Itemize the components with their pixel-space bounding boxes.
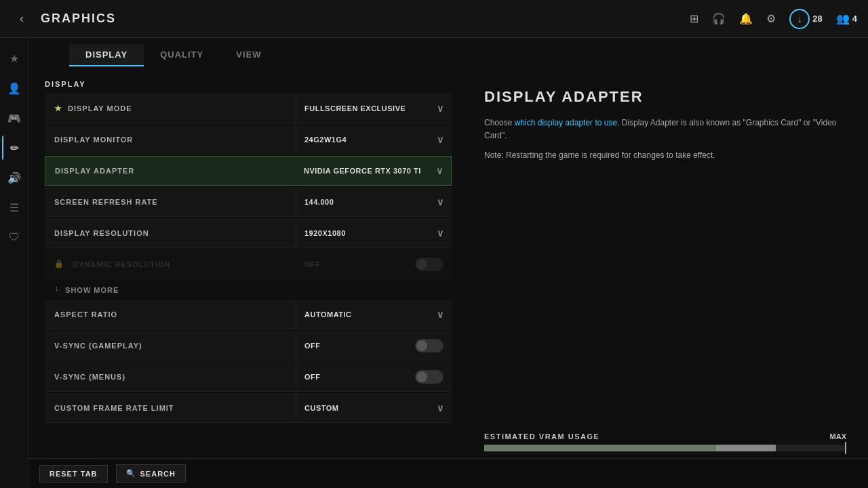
highlight-text: which display adapter to use [515,118,617,127]
main-content: DISPLAY QUALITY VIEW DISPLAY ★ DISPLAY M… [28,38,868,488]
chevron-down-icon: ∨ [436,165,443,176]
right-panel: DISPLAY ADAPTER Choose which display ada… [462,72,868,488]
bell-icon[interactable]: 🔔 [739,12,753,25]
setting-row-display-monitor[interactable]: DISPLAY MONITOR 24G2W1G4 ∨ [45,125,452,155]
sidebar-item-person[interactable]: 👤 [2,76,26,100]
setting-value-screen-refresh-rate: 144.000 ∨ [296,187,452,216]
section-label-display: DISPLAY [45,72,452,94]
friends-icon[interactable]: 👥 4 [836,12,857,25]
download-count: 28 [812,14,822,24]
setting-row-display-resolution[interactable]: DISPLAY RESOLUTION 1920X1080 ∨ [45,218,452,248]
setting-row-vsync-menus[interactable]: V-SYNC (MENUS) OFF [45,362,452,392]
top-bar: ‹ GRAPHICS ⊞ 🎧 🔔 ⚙ ↓ 28 👥 4 [0,0,868,38]
sidebar-item-shield[interactable]: 🛡 [2,225,26,249]
vsync-gameplay-toggle[interactable] [415,339,443,352]
sidebar-item-pen[interactable]: ✏ [2,136,26,160]
setting-row-display-mode[interactable]: ★ DISPLAY MODE FULLSCREEN EXCLUSIVE ∨ [45,94,452,123]
setting-value-dynamic-resolution: OFF [296,249,452,279]
download-icon[interactable]: ↓ 28 [789,9,822,29]
setting-label-display-adapter: DISPLAY ADAPTER [45,167,295,175]
tab-view[interactable]: VIEW [220,44,277,66]
top-right-icons: ⊞ 🎧 🔔 ⚙ ↓ 28 👥 4 [690,9,857,29]
setting-label-vsync-gameplay: V-SYNC (GAMEPLAY) [45,342,296,350]
setting-value-display-mode: FULLSCREEN EXCLUSIVE ∨ [296,94,452,123]
setting-label-custom-frame-rate: CUSTOM FRAME RATE LIMIT [45,404,296,412]
setting-label-display-monitor: DISPLAY MONITOR [45,136,296,144]
setting-row-aspect-ratio[interactable]: ASPECT RATIO AUTOMATIC ∨ [45,300,452,329]
vram-max-label: MAX [830,432,846,441]
chevron-down-icon: ∨ [437,228,444,239]
vram-bar [484,445,846,451]
grid-icon[interactable]: ⊞ [690,12,698,25]
setting-value-display-resolution: 1920X1080 ∨ [296,218,452,247]
setting-value-aspect-ratio: AUTOMATIC ∨ [296,300,452,329]
setting-row-custom-frame-rate[interactable]: CUSTOM FRAME RATE LIMIT CUSTOM ∨ [45,393,452,423]
setting-row-screen-refresh-rate[interactable]: SCREEN REFRESH RATE 144.000 ∨ [45,187,452,217]
vram-bar-other [716,445,776,451]
sidebar-item-star[interactable]: ★ [2,46,26,70]
reset-tab-button[interactable]: RESET TAB [39,465,108,483]
dynamic-resolution-value: OFF [304,260,321,268]
display-resolution-value: 1920X1080 [304,229,346,237]
chevron-down-icon: ∨ [437,403,444,413]
setting-label-dynamic-resolution: 🔒 DYNAMIC RESOLUTION [45,260,296,268]
sidebar-item-speaker[interactable]: 🔊 [2,165,26,190]
vram-header: ESTIMATED VRAM USAGE MAX [484,432,846,441]
setting-label-screen-refresh-rate: SCREEN REFRESH RATE [45,198,296,206]
dynamic-resolution-toggle [415,258,443,271]
chevron-down-icon: ∨ [437,134,444,145]
search-label: SEARCH [140,470,176,478]
chevron-down-icon: ∨ [437,103,444,114]
page-title: GRAPHICS [41,12,116,26]
info-title: DISPLAY ADAPTER [484,88,846,106]
setting-value-display-adapter: NVIDIA GEFORCE RTX 3070 TI ∨ [295,157,451,185]
show-more-row[interactable]: └ SHOW MORE [45,281,452,300]
chevron-down-icon: ∨ [437,197,444,207]
tab-display[interactable]: DISPLAY [69,44,144,66]
friends-count: 4 [852,14,857,24]
display-mode-value: FULLSCREEN EXCLUSIVE [304,104,406,113]
sidebar: ★ 👤 🎮 ✏ 🔊 ☰ 🛡 [0,38,28,488]
vsync-gameplay-value: OFF [304,342,321,350]
search-icon: 🔍 [126,469,136,478]
download-circle: ↓ [789,9,810,29]
setting-label-display-mode: ★ DISPLAY MODE [45,104,296,113]
headset-icon[interactable]: 🎧 [712,12,726,25]
info-description: Choose which display adapter to use. Dis… [484,117,846,142]
vram-label: ESTIMATED VRAM USAGE [484,432,599,441]
aspect-ratio-value: AUTOMATIC [304,310,351,319]
sidebar-item-gamepad[interactable]: 🎮 [2,106,26,130]
search-button[interactable]: 🔍 SEARCH [116,464,186,483]
indent-icon: └ [54,287,60,294]
vram-bar-mw [484,445,716,451]
bottom-bar: RESET TAB 🔍 SEARCH [28,458,868,488]
setting-value-vsync-menus: OFF [296,362,452,391]
back-button[interactable]: ‹ [11,8,33,30]
setting-label-display-resolution: DISPLAY RESOLUTION [45,229,296,237]
tab-quality[interactable]: QUALITY [144,44,220,66]
setting-label-vsync-menus: V-SYNC (MENUS) [45,373,296,381]
vram-max-line [845,442,846,454]
setting-value-display-monitor: 24G2W1G4 ∨ [296,125,452,154]
setting-row-dynamic-resolution: 🔒 DYNAMIC RESOLUTION OFF [45,249,452,279]
sidebar-item-list[interactable]: ☰ [2,195,26,220]
info-note: Note: Restarting the game is required fo… [484,149,846,162]
display-adapter-value: NVIDIA GEFORCE RTX 3070 TI [304,167,421,175]
tabs-bar: DISPLAY QUALITY VIEW [28,38,868,72]
setting-value-vsync-gameplay: OFF [296,331,452,360]
setting-row-vsync-gameplay[interactable]: V-SYNC (GAMEPLAY) OFF [45,331,452,361]
setting-label-aspect-ratio: ASPECT RATIO [45,310,296,319]
gear-icon[interactable]: ⚙ [766,12,776,25]
setting-row-display-adapter[interactable]: DISPLAY ADAPTER NVIDIA GEFORCE RTX 3070 … [45,156,452,186]
custom-frame-rate-value: CUSTOM [304,404,338,412]
display-monitor-value: 24G2W1G4 [304,136,347,144]
content-split: DISPLAY ★ DISPLAY MODE FULLSCREEN EXCLUS… [28,72,868,488]
left-panel: DISPLAY ★ DISPLAY MODE FULLSCREEN EXCLUS… [28,72,462,488]
star-icon: ★ [54,104,62,113]
screen-refresh-rate-value: 144.000 [304,198,334,206]
setting-value-custom-frame-rate: CUSTOM ∨ [296,393,452,422]
chevron-down-icon: ∨ [437,309,444,320]
vsync-menus-value: OFF [304,373,321,381]
vsync-menus-toggle[interactable] [415,370,443,384]
show-more-label[interactable]: SHOW MORE [65,286,119,294]
